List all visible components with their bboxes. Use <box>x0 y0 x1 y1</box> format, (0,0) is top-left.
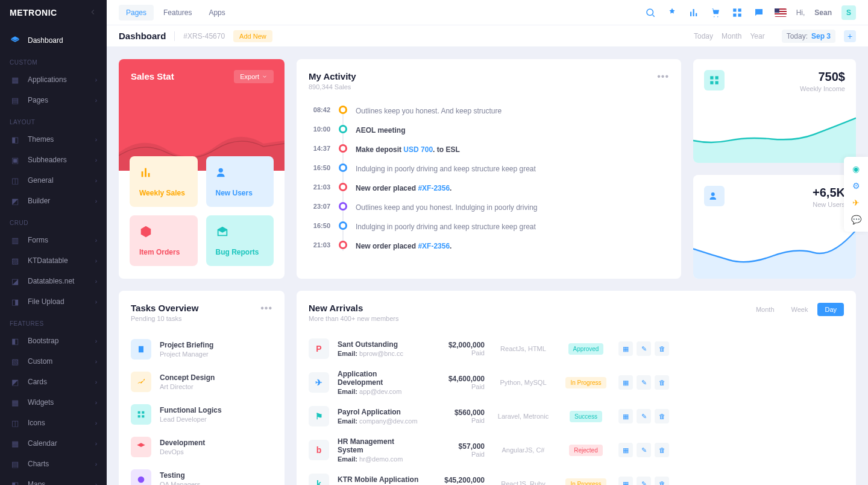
svg-rect-15 <box>715 81 719 84</box>
nav-item-custom[interactable]: ▧Custom› <box>0 351 107 372</box>
task-item[interactable]: TestingQA Managers <box>131 463 272 485</box>
edit-icon[interactable]: ✎ <box>637 477 651 485</box>
timeline-item: 21:03New order placed #XF-2356. <box>309 179 669 198</box>
sidebar-collapse-icon[interactable] <box>89 8 97 18</box>
page-id: #XRS-45670 <box>183 32 225 40</box>
settings-icon[interactable]: ▦ <box>618 409 633 423</box>
user-hi: Hi, <box>796 8 805 17</box>
filter-year[interactable]: Year <box>750 32 764 40</box>
filter-month[interactable]: Month <box>722 32 741 40</box>
compiling-icon[interactable] <box>666 7 678 19</box>
nav-item-cards[interactable]: ◩Cards› <box>0 372 107 392</box>
nav-item-maps[interactable]: ◧Maps› <box>0 474 107 485</box>
export-button[interactable]: Export <box>234 70 274 83</box>
nav-icon: ▨ <box>10 255 20 266</box>
timeline-time: 16:50 <box>309 221 330 229</box>
nav-item-widgets[interactable]: ▦Widgets› <box>0 392 107 413</box>
delete-icon[interactable]: 🗑 <box>655 375 669 390</box>
arrival-tech: ReactJS, Ruby <box>493 480 553 485</box>
task-item[interactable]: Project BriefingProject Manager <box>131 333 272 366</box>
task-item[interactable]: DevelopmentDevOps <box>131 431 272 463</box>
delete-icon[interactable]: 🗑 <box>655 443 669 457</box>
nav-item-general[interactable]: ◫General› <box>0 170 107 191</box>
flag-us-icon[interactable] <box>775 8 787 17</box>
nav-icon: ◫ <box>10 175 20 186</box>
nav-icon: ▧ <box>10 356 20 367</box>
edit-icon[interactable]: ✎ <box>637 375 651 390</box>
nav-item-forms[interactable]: ▥Forms› <box>0 230 107 250</box>
today-filter[interactable]: Today: Sep 3 <box>782 30 835 43</box>
equalizer-icon[interactable] <box>688 7 700 19</box>
nav-item-datatablesnet[interactable]: ◪Datatables.net› <box>0 271 107 291</box>
search-icon[interactable] <box>644 7 656 19</box>
svg-rect-5 <box>738 8 741 11</box>
sales-tile-item-orders[interactable]: Item Orders <box>130 215 198 266</box>
nav-item-themes[interactable]: ◧Themes› <box>0 129 107 150</box>
delete-icon[interactable]: 🗑 <box>655 477 669 485</box>
builder-icon[interactable]: ⚙ <box>848 177 864 194</box>
arrival-row: bHR Management SystemEmail: hr@demo.com$… <box>309 432 844 468</box>
mini-chart <box>693 103 856 163</box>
arrival-title: KTR Mobile Application <box>338 475 422 484</box>
arrival-paid: Paid <box>430 417 485 424</box>
settings-icon[interactable]: ▦ <box>618 341 633 356</box>
chat-icon[interactable] <box>753 7 765 19</box>
tile-icon <box>139 225 153 238</box>
settings-icon[interactable]: ▦ <box>618 375 633 390</box>
task-item[interactable]: Concept DesignArt Director <box>131 366 272 398</box>
filter-today[interactable]: Today <box>694 32 713 40</box>
cart-icon[interactable] <box>709 7 722 19</box>
nav-dashboard[interactable]: Dashboard <box>0 30 107 51</box>
nav-item-fileupload[interactable]: ◨File Upload› <box>0 291 107 312</box>
chat-icon[interactable]: 💬 <box>848 211 864 228</box>
topbar-tab-pages[interactable]: Pages <box>119 5 154 21</box>
sales-tile-new-users[interactable]: New Users <box>206 156 274 207</box>
nav-item-subheaders[interactable]: ▣Subheaders› <box>0 150 107 170</box>
sales-tile-bug-reports[interactable]: Bug Reports <box>206 215 274 266</box>
user-avatar[interactable]: S <box>841 5 856 20</box>
edit-icon[interactable]: ✎ <box>637 341 651 356</box>
nav-item-bootstrap[interactable]: ◧Bootstrap› <box>0 331 107 351</box>
grid-icon[interactable] <box>731 7 743 19</box>
nav-item-ktdatatable[interactable]: ▨KTDatatable› <box>0 250 107 271</box>
more-icon[interactable]: ••• <box>260 303 272 314</box>
topbar-tab-features[interactable]: Features <box>156 5 199 21</box>
nav-item-calendar[interactable]: ▦Calendar› <box>0 433 107 454</box>
arrivals-tab-week[interactable]: Week <box>784 303 816 316</box>
chevron-right-icon: › <box>95 177 97 184</box>
svg-rect-1 <box>690 11 691 16</box>
nav-item-icons[interactable]: ◫Icons› <box>0 413 107 433</box>
sales-tile-weekly-sales[interactable]: Weekly Sales <box>130 156 198 207</box>
topbar: PagesFeaturesApps Hi, Sean S <box>107 0 868 25</box>
chevron-right-icon: › <box>95 420 97 426</box>
docs-icon[interactable]: ✈ <box>848 194 864 211</box>
timeline-text: Make deposit USD 700. to ESL <box>356 144 669 155</box>
chevron-right-icon: › <box>95 379 97 385</box>
arrival-paid: Paid <box>430 349 485 357</box>
demo-icon[interactable]: ◉ <box>848 160 864 177</box>
timeline-time: 16:50 <box>309 163 330 171</box>
arrivals-tab-month[interactable]: Month <box>749 303 782 316</box>
topbar-tab-apps[interactable]: Apps <box>201 5 232 21</box>
arrival-tech: Python, MySQL <box>493 379 553 386</box>
edit-icon[interactable]: ✎ <box>637 443 651 457</box>
nav-item-applications[interactable]: ▦Applications› <box>0 69 107 90</box>
nav-icon: ◧ <box>10 479 20 485</box>
add-icon[interactable]: + <box>844 30 856 42</box>
user-name: Sean <box>814 8 832 17</box>
edit-icon[interactable]: ✎ <box>637 409 651 423</box>
timeline-text: Indulging in poorly driving and keep str… <box>356 221 669 232</box>
company-icon: ✈ <box>309 372 329 393</box>
add-new-button[interactable]: Add New <box>233 30 272 42</box>
arrival-row: ✈Application DevelopmentEmail: app@dev.c… <box>309 364 844 401</box>
arrivals-tab-day[interactable]: Day <box>817 303 844 316</box>
delete-icon[interactable]: 🗑 <box>655 341 669 356</box>
delete-icon[interactable]: 🗑 <box>655 409 669 423</box>
nav-item-builder[interactable]: ◩Builder› <box>0 191 107 211</box>
nav-item-pages[interactable]: ▤Pages› <box>0 90 107 110</box>
settings-icon[interactable]: ▦ <box>618 443 633 457</box>
settings-icon[interactable]: ▦ <box>618 477 633 485</box>
task-item[interactable]: Functional LogicsLead Developer <box>131 398 272 431</box>
more-icon[interactable]: ••• <box>657 71 669 82</box>
nav-item-charts[interactable]: ▤Charts› <box>0 454 107 474</box>
